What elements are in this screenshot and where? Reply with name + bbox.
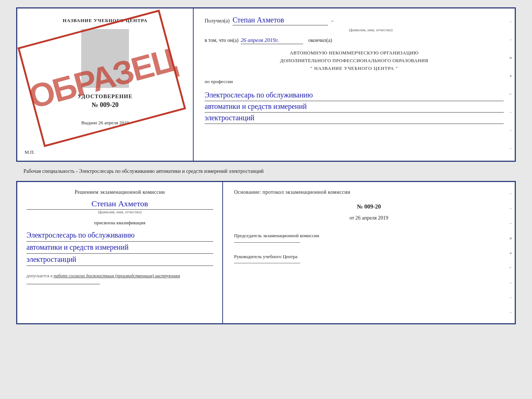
bottom-right-panel: Основание: протокол экзаменационной коми… [223, 182, 515, 323]
deco-b4: и [507, 236, 514, 240]
got-group: Получил(а) Степан Ахметов – (фамилия, им… [205, 16, 504, 32]
deco-b2: – [507, 206, 514, 210]
dopusk-label: допускается к [26, 273, 53, 278]
resolution-name: Степан Ахметов [26, 199, 213, 210]
qualification-block: Электрослесарь по обслуживанию автоматик… [26, 229, 213, 266]
vtom-label: в том, что он(а) [205, 38, 238, 43]
resolution-name-block: Степан Ахметов (фамилия, имя, отчество) [26, 199, 213, 214]
qual-line1: Электрослесарь по обслуживанию [26, 229, 213, 242]
deco-1: – [507, 19, 514, 24]
deco-b6: ← [507, 265, 514, 270]
ot-date: от 26 апреля 2019 [234, 215, 504, 221]
photo-placeholder [81, 29, 129, 88]
got-label: Получил(а) [205, 18, 230, 24]
deco-2: – [507, 37, 514, 42]
resolution-title: Решением экзаменационной комиссии [26, 189, 213, 195]
right-deco-bottom: – – – и а ← – – – [507, 182, 515, 323]
org-block: АВТОНОМНУЮ НЕКОММЕРЧЕСКУЮ ОРГАНИЗАЦИЮ ДО… [205, 49, 504, 72]
okonchil-label: окончил(а) [308, 38, 332, 43]
protocol-number: № 009-20 [234, 203, 504, 210]
org-line2: ДОПОЛНИТЕЛЬНОГО ПРОФЕССИОНАЛЬНОГО ОБРАЗО… [205, 57, 504, 65]
right-deco-top: – – и а ← – – – [507, 8, 515, 161]
deco-b5: а [507, 250, 514, 255]
po-professii: по профессии [205, 79, 504, 85]
deco-b8: – [507, 295, 514, 299]
mp-label: М.П. [25, 149, 35, 155]
fio-subtitle-bottom: (фамилия, имя, отчество) [26, 210, 213, 214]
deco-5: ← [507, 92, 514, 96]
predsedatel-block: Председатель экзаменационной комиссии [234, 232, 504, 243]
rukovoditel-label: Руководитель учебного Центра [234, 253, 504, 260]
vtom-date: 26 апреля 2019г. [241, 37, 303, 44]
school-name-top: НАЗВАНИЕ УЧЕБНОГО ЦЕНТРА [63, 18, 148, 24]
vtom-line: в том, что он(а) 26 апреля 2019г. окончи… [205, 37, 504, 44]
prof-line1: Электрослесарь по обслуживанию [205, 90, 504, 101]
cert-title: УДОСТОВЕРЕНИЕ [78, 93, 133, 100]
deco-3: и [507, 55, 514, 60]
prof-line3: электростанций [205, 113, 504, 124]
top-right-panel: Получил(а) Степан Ахметов – (фамилия, им… [194, 8, 515, 161]
deco-b9: – [507, 310, 514, 314]
top-document: НАЗВАНИЕ УЧЕБНОГО ЦЕНТРА УДОСТОВЕРЕНИЕ №… [16, 7, 516, 162]
predsedatel-sign-line [234, 242, 300, 243]
profession-block: Электрослесарь по обслуживанию автоматик… [205, 90, 504, 124]
bottom-left-panel: Решением экзаменационной комиссии Степан… [17, 182, 223, 323]
prisvoena: присвоена квалификация [26, 220, 213, 226]
qual-line3: электростанций [26, 254, 213, 266]
rukovoditel-block: Руководитель учебного Центра [234, 253, 504, 264]
org-line1: АВТОНОМНУЮ НЕКОММЕРЧЕСКУЮ ОРГАНИЗАЦИЮ [205, 49, 504, 57]
fio-subtitle-top: (фамилия, имя, отчество) [238, 28, 504, 32]
prof-line2: автоматики и средств измерений [205, 101, 504, 113]
got-line: Получил(а) Степан Ахметов – [205, 16, 504, 25]
got-name: Степан Ахметов [233, 16, 328, 25]
deco-7: – [507, 128, 514, 132]
dopusk-val: работе согласно должностным (производств… [54, 273, 180, 278]
dash-after-name: – [331, 18, 334, 24]
deco-8: – [507, 146, 514, 150]
deco-b7: – [507, 280, 514, 285]
cert-number: № 009-20 [91, 101, 119, 109]
sign-line-bottom-left [26, 284, 100, 284]
rukovoditel-sign-line [234, 263, 300, 263]
deco-4: а [507, 73, 514, 78]
osnovanie: Основание: протокол экзаменационной коми… [234, 189, 504, 195]
deco-b1: – [507, 191, 514, 195]
org-line3: " НАЗВАНИЕ УЧЕБНОГО ЦЕНТРА " [205, 65, 504, 72]
dopusk-block: допускается к работе согласно должностны… [26, 273, 213, 279]
predsedatel-label: Председатель экзаменационной комиссии [234, 232, 504, 239]
deco-6: – [507, 110, 514, 114]
top-left-panel: НАЗВАНИЕ УЧЕБНОГО ЦЕНТРА УДОСТОВЕРЕНИЕ №… [17, 8, 194, 161]
deco-b3: – [507, 221, 514, 225]
bottom-document: Решением экзаменационной комиссии Степан… [16, 181, 516, 324]
spec-line: Рабочая специальность - Электрослесарь п… [16, 165, 516, 177]
cert-issued: Выдано 26 апреля 2019 [81, 120, 129, 126]
qual-line2: автоматики и средств измерений [26, 242, 213, 254]
